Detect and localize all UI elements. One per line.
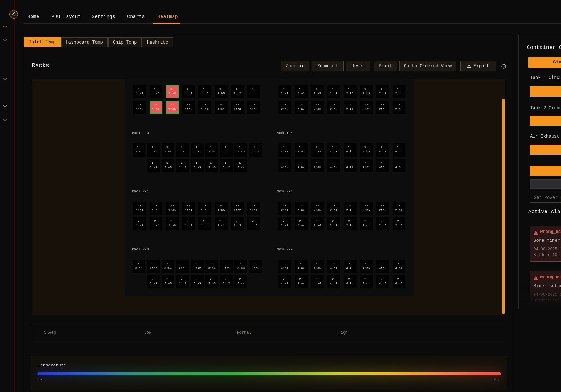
svg-text:?: ?	[503, 65, 505, 68]
